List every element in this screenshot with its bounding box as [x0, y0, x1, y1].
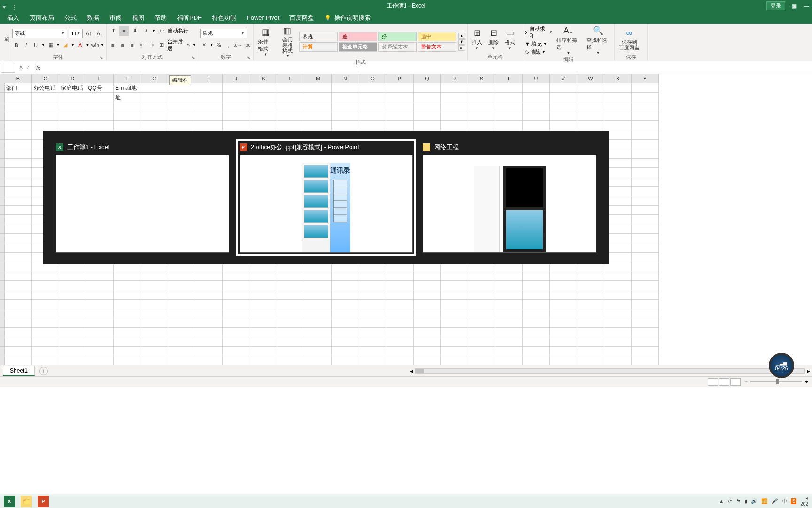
cell[interactable] [59, 347, 86, 356]
cell[interactable] [5, 187, 32, 196]
style-check-cell[interactable]: 检查单元格 [339, 42, 377, 52]
cell[interactable] [86, 111, 114, 121]
cell[interactable] [550, 83, 577, 93]
italic-button[interactable]: I [22, 40, 31, 50]
cell[interactable] [332, 93, 359, 102]
cell[interactable] [441, 318, 468, 328]
cell[interactable] [414, 356, 441, 365]
cell[interactable] [468, 290, 495, 300]
cell[interactable] [604, 111, 632, 121]
style-calculation[interactable]: 计算 [299, 42, 338, 52]
cell[interactable] [277, 102, 304, 111]
cell[interactable] [250, 300, 277, 309]
cell[interactable] [332, 111, 359, 121]
cell[interactable] [195, 309, 223, 318]
cell[interactable] [386, 347, 414, 356]
cell[interactable] [304, 111, 332, 121]
fx-icon[interactable]: fx [34, 65, 42, 71]
tab-special[interactable]: 特色功能 [212, 14, 236, 22]
cell[interactable] [632, 215, 659, 224]
cell[interactable] [277, 356, 304, 365]
cell[interactable] [168, 318, 195, 328]
cell[interactable] [195, 290, 223, 300]
cell[interactable] [277, 347, 304, 356]
cell[interactable] [386, 300, 414, 309]
cell[interactable] [5, 196, 32, 206]
cell[interactable] [359, 121, 386, 130]
cell[interactable] [250, 102, 277, 111]
cell[interactable] [441, 300, 468, 309]
tray-sogou-icon[interactable]: S [791, 498, 797, 504]
orientation-icon[interactable]: ⤸ [141, 26, 150, 36]
cell[interactable] [223, 347, 250, 356]
cell[interactable] [32, 121, 59, 130]
cell[interactable] [468, 102, 495, 111]
cell[interactable] [304, 318, 332, 328]
tab-view[interactable]: 视图 [132, 14, 144, 22]
cell[interactable] [632, 262, 659, 271]
chevron-down-icon[interactable]: ▼ [86, 43, 90, 47]
cell[interactable] [441, 290, 468, 300]
cell[interactable] [523, 356, 550, 365]
cell[interactable] [577, 281, 604, 290]
styles-scroll-down-icon[interactable]: ▼ [458, 39, 465, 45]
cell[interactable] [495, 337, 523, 347]
cell[interactable] [414, 111, 441, 121]
decrease-decimal-icon[interactable]: .00 [243, 40, 251, 50]
cell[interactable] [277, 337, 304, 347]
cell[interactable] [441, 337, 468, 347]
cell[interactable] [441, 111, 468, 121]
increase-indent-icon[interactable]: ⇥ [148, 40, 156, 50]
cell[interactable] [495, 356, 523, 365]
cell[interactable] [5, 356, 32, 365]
column-header[interactable]: C [32, 74, 59, 83]
cell[interactable] [632, 149, 659, 159]
cell[interactable] [141, 102, 168, 111]
column-header[interactable]: O [359, 74, 386, 83]
cell[interactable] [468, 281, 495, 290]
cell[interactable] [250, 93, 277, 102]
cell[interactable] [441, 347, 468, 356]
cell[interactable] [632, 290, 659, 300]
cell[interactable] [86, 93, 114, 102]
cell[interactable] [141, 309, 168, 318]
cell[interactable] [141, 93, 168, 102]
cell[interactable] [441, 83, 468, 93]
align-middle-icon[interactable]: ≡ [119, 26, 129, 36]
cell[interactable] [332, 309, 359, 318]
cell[interactable] [495, 328, 523, 337]
cell[interactable] [32, 111, 59, 121]
cell[interactable] [86, 102, 114, 111]
cell[interactable] [141, 328, 168, 337]
cell[interactable] [223, 111, 250, 121]
cell[interactable] [304, 281, 332, 290]
cell[interactable] [195, 337, 223, 347]
decrease-indent-icon[interactable]: ⇤ [138, 40, 146, 50]
cell[interactable] [604, 102, 632, 111]
fill-button[interactable]: ▼填充▼ [525, 40, 553, 48]
view-page-layout-icon[interactable] [719, 378, 729, 386]
cell[interactable] [5, 206, 32, 215]
cell[interactable] [86, 337, 114, 347]
column-header[interactable]: T [495, 74, 523, 83]
cell[interactable] [141, 318, 168, 328]
cell[interactable] [359, 102, 386, 111]
cell[interactable] [386, 102, 414, 111]
view-page-break-icon[interactable] [730, 378, 741, 386]
chevron-down-icon[interactable]: ▼ [152, 29, 156, 33]
save-baidu-button[interactable]: ∞ 保存到 百度网盘 [617, 24, 642, 54]
style-good[interactable]: 好 [378, 32, 417, 41]
cell[interactable] [332, 271, 359, 281]
tell-me-search[interactable]: 💡 操作说明搜索 [324, 14, 371, 22]
align-right-icon[interactable]: ≡ [128, 40, 137, 50]
dialog-launcher-icon[interactable]: ⬊ [100, 56, 103, 60]
cell[interactable] [604, 290, 632, 300]
cell[interactable] [5, 281, 32, 290]
cell[interactable] [577, 318, 604, 328]
cell[interactable] [114, 337, 141, 347]
cell[interactable] [59, 111, 86, 121]
taskbar-excel-icon[interactable]: X [4, 496, 15, 507]
cell[interactable] [359, 111, 386, 121]
cell[interactable] [195, 121, 223, 130]
cell[interactable] [468, 328, 495, 337]
